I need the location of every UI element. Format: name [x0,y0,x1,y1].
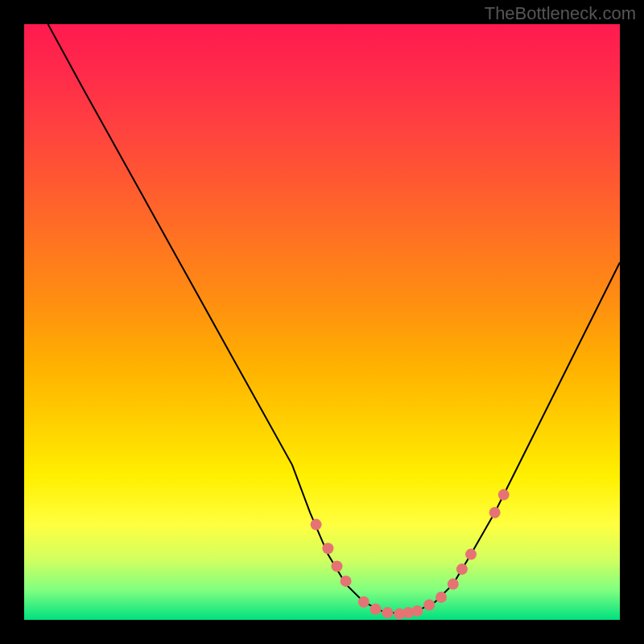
data-dot [382,607,393,618]
data-dot [358,597,369,608]
data-dot [456,564,468,575]
data-dot [423,600,435,611]
data-dot [370,604,382,615]
data-dot [465,549,477,560]
watermark-text: TheBottleneck.com [485,3,636,24]
bottleneck-curve [48,24,620,614]
data-dot [411,605,423,617]
data-dot [322,543,333,554]
chart-plot-area [24,24,620,620]
data-dot [311,519,322,530]
bottleneck-curve-svg [24,24,620,620]
data-dot [489,507,501,518]
data-dot [436,592,447,603]
data-dot [332,560,343,572]
data-dot [341,576,352,587]
data-dot [448,579,459,590]
data-dots-group [311,489,510,620]
data-dot [498,489,510,501]
